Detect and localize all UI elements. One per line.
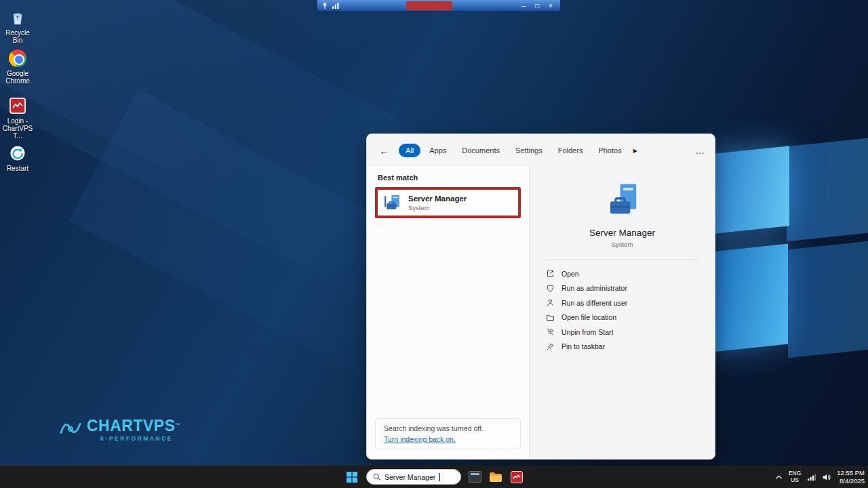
action-open[interactable]: Open — [546, 266, 698, 281]
rdp-restore-button[interactable]: □ — [532, 1, 542, 10]
tab-photos[interactable]: Photos — [591, 144, 628, 157]
text-caret — [439, 473, 440, 481]
desktop-icon-label: Google Chrome — [0, 70, 35, 85]
folder-icon — [546, 313, 555, 322]
console-window-icon — [469, 471, 481, 483]
tab-all[interactable]: All — [399, 144, 420, 157]
best-match-title: Server Manager — [408, 195, 467, 203]
action-open-file-location[interactable]: Open file location — [546, 310, 698, 325]
action-label: Unpin from Start — [561, 328, 613, 336]
chartvps-login-icon — [8, 96, 27, 115]
indexing-message: Search indexing was turned off. — [384, 424, 512, 432]
tab-documents[interactable]: Documents — [455, 144, 507, 157]
volume-icon[interactable] — [822, 473, 831, 481]
preview-pane: Server Manager System Open Run as admini… — [530, 167, 715, 459]
server-manager-icon — [384, 194, 401, 211]
action-run-as-different-user[interactable]: Run as different user — [546, 296, 698, 310]
tab-folders[interactable]: Folders — [551, 144, 590, 157]
back-icon[interactable]: ← — [379, 145, 389, 157]
tray-date: 8/4/2025 — [837, 477, 865, 485]
taskbar-search-input[interactable]: Server Manager — [366, 469, 461, 485]
best-match-subtitle: System — [408, 204, 467, 211]
network-icon[interactable] — [807, 473, 816, 481]
brand-subtitle: X-PERFORMANCE — [87, 435, 181, 442]
wallpaper-pane — [787, 138, 868, 242]
action-label: Run as different user — [561, 299, 627, 307]
start-button[interactable] — [344, 469, 360, 485]
wallpaper-pane — [788, 241, 868, 358]
desktop: Recycle Bin Google Chrome Login - ChartV… — [0, 0, 868, 488]
wallpaper-pane — [705, 244, 788, 353]
pin-icon — [546, 342, 555, 351]
user-icon — [546, 298, 555, 307]
tray-time: 12:55 PM — [837, 469, 865, 477]
redaction-overlay — [406, 1, 452, 10]
language-indicator[interactable]: ENG US — [789, 470, 801, 483]
tabs-overflow-icon[interactable]: ▶ — [633, 148, 637, 154]
desktop-icon-google-chrome[interactable]: Google Chrome — [0, 49, 35, 85]
context-actions: Open Run as administrator Run as differe… — [546, 266, 698, 354]
divider — [546, 259, 698, 260]
action-label: Pin to taskbar — [561, 342, 605, 350]
preview-title: Server Manager — [589, 228, 655, 238]
language-region: US — [789, 477, 801, 484]
rdp-minimize-button[interactable]: – — [518, 1, 529, 10]
preview-subtitle: System — [612, 241, 633, 248]
desktop-icon-label: Recycle Bin — [0, 29, 35, 44]
search-results-column: Best match Server Manager System — [367, 167, 530, 459]
tab-settings[interactable]: Settings — [509, 144, 549, 157]
rdp-title-area — [344, 1, 514, 10]
search-filter-tabs: All Apps Documents Settings Folders Phot… — [399, 144, 637, 157]
signal-icon — [332, 2, 340, 9]
more-options-icon[interactable]: … — [695, 145, 705, 156]
action-label: Open file location — [561, 313, 616, 321]
server-manager-icon-large — [604, 182, 641, 218]
admin-shield-icon — [546, 284, 555, 293]
brand-name: CHARTVPS™ — [87, 418, 181, 434]
folder-icon — [489, 472, 502, 483]
search-input-value: Server Manager — [384, 473, 435, 481]
chrome-icon — [8, 49, 27, 68]
recycle-bin-icon — [8, 8, 27, 27]
action-label: Open — [561, 270, 579, 278]
restart-icon — [8, 144, 27, 163]
indexing-notice: Search indexing was turned off. Turn ind… — [375, 418, 521, 449]
desktop-icon-restart[interactable]: Restart — [0, 144, 35, 172]
best-match-server-manager[interactable]: Server Manager System — [375, 187, 521, 218]
search-header: ← All Apps Documents Settings Folders Ph… — [367, 134, 715, 167]
rdp-connection-bar[interactable]: – □ × — [317, 0, 561, 12]
taskbar-app-file-explorer[interactable] — [488, 470, 503, 485]
desktop-icon-recycle-bin[interactable]: Recycle Bin — [0, 8, 35, 44]
pin-icon[interactable] — [321, 2, 328, 9]
desktop-icon-label: Restart — [0, 165, 35, 172]
unpin-icon — [546, 327, 555, 336]
taskbar-app-console[interactable] — [467, 470, 482, 485]
action-label: Run as administrator — [561, 284, 627, 292]
taskbar-app-chartvps[interactable] — [509, 470, 524, 485]
tray-chevron-up-icon[interactable] — [775, 474, 783, 480]
chartvps-logo-icon — [60, 418, 81, 438]
taskbar: Server Manager ENG US — [0, 466, 868, 488]
chartvps-app-icon — [511, 471, 523, 483]
windows-logo-icon — [346, 471, 358, 483]
action-pin-to-taskbar[interactable]: Pin to taskbar — [546, 340, 698, 354]
tab-apps[interactable]: Apps — [422, 144, 453, 157]
action-unpin-from-start[interactable]: Unpin from Start — [546, 325, 698, 340]
open-icon — [546, 269, 555, 278]
chartvps-brand: CHARTVPS™ X-PERFORMANCE — [60, 418, 181, 442]
search-icon — [373, 473, 380, 481]
rdp-close-button[interactable]: × — [545, 1, 556, 10]
desktop-icon-label: Login - ChartVPS T... — [0, 117, 35, 140]
indexing-link[interactable]: Turn indexing back on. — [384, 435, 512, 443]
search-flyout: ← All Apps Documents Settings Folders Ph… — [366, 134, 715, 460]
action-run-as-administrator[interactable]: Run as administrator — [546, 281, 698, 296]
section-title: Best match — [378, 174, 521, 182]
clock[interactable]: 12:55 PM 8/4/2025 — [837, 469, 865, 485]
trademark-symbol: ™ — [176, 422, 182, 428]
desktop-icon-login-chartvps[interactable]: Login - ChartVPS T... — [0, 96, 35, 140]
